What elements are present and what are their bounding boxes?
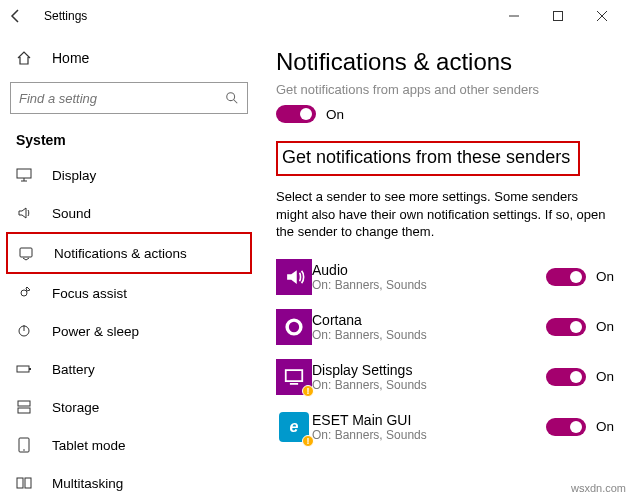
- home-icon: [16, 50, 38, 66]
- sender-toggle-label: On: [596, 419, 614, 434]
- svg-rect-15: [18, 401, 30, 406]
- sidebar-item-notifications[interactable]: Notifications & actions: [6, 232, 252, 274]
- titlebar: Settings: [0, 0, 632, 32]
- sidebar: Home System DisplaySoundNotifications & …: [0, 32, 258, 500]
- svg-rect-14: [29, 368, 31, 370]
- sender-name: Audio: [312, 262, 546, 278]
- svg-rect-20: [25, 478, 31, 488]
- tablet-icon: [16, 437, 38, 453]
- sidebar-item-label: Multitasking: [52, 476, 123, 491]
- home-label: Home: [52, 50, 89, 66]
- master-toggle-label: On: [326, 107, 344, 122]
- sender-icon-cortana: [276, 309, 312, 345]
- sidebar-item-power[interactable]: Power & sleep: [6, 312, 252, 350]
- window-title: Settings: [44, 9, 87, 23]
- back-button[interactable]: [8, 8, 36, 24]
- svg-line-5: [234, 100, 238, 104]
- sender-toggle[interactable]: [546, 418, 586, 436]
- sender-toggle[interactable]: [546, 368, 586, 386]
- sender-row[interactable]: !Display SettingsOn: Banners, SoundsOn: [276, 359, 614, 395]
- sender-info: CortanaOn: Banners, Sounds: [312, 312, 546, 342]
- storage-icon: [16, 399, 38, 415]
- sidebar-item-multitask[interactable]: Multitasking: [6, 464, 252, 500]
- sidebar-item-label: Sound: [52, 206, 91, 221]
- sender-row[interactable]: e!ESET Main GUIOn: Banners, SoundsOn: [276, 409, 614, 445]
- sidebar-item-label: Storage: [52, 400, 99, 415]
- svg-point-4: [227, 93, 235, 101]
- senders-description: Select a sender to see more settings. So…: [276, 188, 606, 241]
- sidebar-item-label: Power & sleep: [52, 324, 139, 339]
- close-button[interactable]: [580, 1, 624, 31]
- section-heading: System: [6, 126, 252, 156]
- sender-icon-audio: [276, 259, 312, 295]
- sidebar-item-label: Focus assist: [52, 286, 127, 301]
- display-icon: [16, 167, 38, 183]
- sender-icon-display-settings: !: [276, 359, 312, 395]
- senders-heading-highlight: Get notifications from these senders: [276, 141, 580, 176]
- sidebar-item-storage[interactable]: Storage: [6, 388, 252, 426]
- sender-toggle[interactable]: [546, 318, 586, 336]
- sidebar-item-label: Display: [52, 168, 96, 183]
- sender-sub: On: Banners, Sounds: [312, 428, 546, 442]
- page-title: Notifications & actions: [276, 48, 614, 76]
- sender-name: Display Settings: [312, 362, 546, 378]
- master-toggle[interactable]: [276, 105, 316, 123]
- sidebar-item-label: Tablet mode: [52, 438, 126, 453]
- main-panel: Notifications & actions Get notification…: [258, 32, 632, 500]
- sender-toggle-label: On: [596, 269, 614, 284]
- notifications-icon: [18, 245, 40, 261]
- svg-rect-19: [17, 478, 23, 488]
- sidebar-item-focus[interactable]: Focus assist: [6, 274, 252, 312]
- svg-point-21: [287, 320, 301, 334]
- power-icon: [16, 323, 38, 339]
- prev-setting-label: Get notifications from apps and other se…: [276, 82, 614, 97]
- senders-heading: Get notifications from these senders: [282, 147, 570, 168]
- svg-rect-16: [18, 408, 30, 413]
- home-nav[interactable]: Home: [6, 42, 252, 74]
- svg-rect-9: [20, 248, 32, 257]
- sender-row[interactable]: AudioOn: Banners, SoundsOn: [276, 259, 614, 295]
- search-box[interactable]: [10, 82, 248, 114]
- sound-icon: [16, 205, 38, 221]
- sidebar-item-label: Notifications & actions: [54, 246, 187, 261]
- sender-icon-eset: e!: [276, 409, 312, 445]
- sender-name: Cortana: [312, 312, 546, 328]
- maximize-button[interactable]: [536, 1, 580, 31]
- sidebar-item-display[interactable]: Display: [6, 156, 252, 194]
- svg-rect-13: [17, 366, 29, 372]
- sender-name: ESET Main GUI: [312, 412, 546, 428]
- sidebar-item-battery[interactable]: Battery: [6, 350, 252, 388]
- sender-info: AudioOn: Banners, Sounds: [312, 262, 546, 292]
- watermark: wsxdn.com: [571, 482, 626, 494]
- svg-point-10: [21, 290, 27, 296]
- sender-toggle[interactable]: [546, 268, 586, 286]
- minimize-button[interactable]: [492, 1, 536, 31]
- sender-toggle-label: On: [596, 369, 614, 384]
- svg-rect-6: [17, 169, 31, 178]
- svg-point-18: [23, 449, 25, 451]
- search-icon: [225, 91, 239, 105]
- svg-rect-22: [286, 370, 303, 381]
- sidebar-item-label: Battery: [52, 362, 95, 377]
- sender-sub: On: Banners, Sounds: [312, 328, 546, 342]
- sender-sub: On: Banners, Sounds: [312, 278, 546, 292]
- sender-info: Display SettingsOn: Banners, Sounds: [312, 362, 546, 392]
- sender-row[interactable]: CortanaOn: Banners, SoundsOn: [276, 309, 614, 345]
- sender-toggle-label: On: [596, 319, 614, 334]
- multitask-icon: [16, 475, 38, 491]
- sidebar-item-tablet[interactable]: Tablet mode: [6, 426, 252, 464]
- sender-info: ESET Main GUIOn: Banners, Sounds: [312, 412, 546, 442]
- svg-rect-1: [554, 12, 563, 21]
- focus-icon: [16, 285, 38, 301]
- search-input[interactable]: [19, 91, 225, 106]
- battery-icon: [16, 361, 38, 377]
- sender-sub: On: Banners, Sounds: [312, 378, 546, 392]
- sidebar-item-sound[interactable]: Sound: [6, 194, 252, 232]
